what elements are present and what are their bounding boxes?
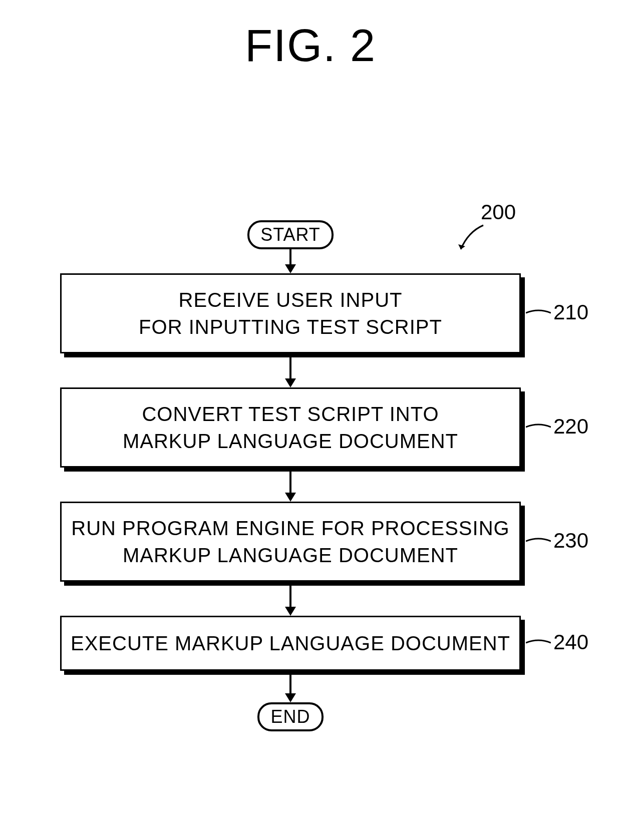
- arrow-down-icon: [60, 249, 521, 273]
- arrow-down-icon: [60, 357, 521, 387]
- reference-leader: [526, 308, 551, 318]
- process-step: RECEIVE USER INPUTFOR INPUTTING TEST SCR…: [60, 273, 521, 353]
- process-text: CONVERT TEST SCRIPT INTOMARKUP LANGUAGE …: [60, 387, 521, 468]
- terminal-start: START: [247, 220, 334, 249]
- svg-marker-10: [285, 693, 296, 702]
- svg-marker-8: [285, 607, 296, 616]
- svg-marker-4: [285, 378, 296, 387]
- svg-marker-2: [285, 264, 296, 273]
- reference-number: 210: [553, 300, 588, 324]
- terminal-end: END: [257, 702, 323, 731]
- reference-leader: [526, 638, 551, 648]
- process-text: EXECUTE MARKUP LANGUAGE DOCUMENT: [60, 616, 521, 671]
- reference-number: 220: [553, 414, 588, 439]
- reference-number: 230: [553, 529, 588, 553]
- svg-marker-6: [285, 493, 296, 502]
- reference-number: 240: [553, 630, 588, 654]
- figure-title: FIG. 2: [0, 20, 621, 72]
- process-step: EXECUTE MARKUP LANGUAGE DOCUMENT: [60, 616, 521, 671]
- flowchart: START RECEIVE USER INPUTFOR INPUTTING TE…: [60, 220, 521, 731]
- process-step: CONVERT TEST SCRIPT INTOMARKUP LANGUAGE …: [60, 387, 521, 468]
- process-text: RUN PROGRAM ENGINE FOR PROCESSINGMARKUP …: [60, 502, 521, 582]
- arrow-down-icon: [60, 586, 521, 616]
- process-text: RECEIVE USER INPUTFOR INPUTTING TEST SCR…: [60, 273, 521, 353]
- reference-leader: [526, 422, 551, 432]
- arrow-down-icon: [60, 472, 521, 502]
- process-step: RUN PROGRAM ENGINE FOR PROCESSINGMARKUP …: [60, 502, 521, 582]
- reference-leader: [526, 536, 551, 546]
- arrow-down-icon: [60, 675, 521, 702]
